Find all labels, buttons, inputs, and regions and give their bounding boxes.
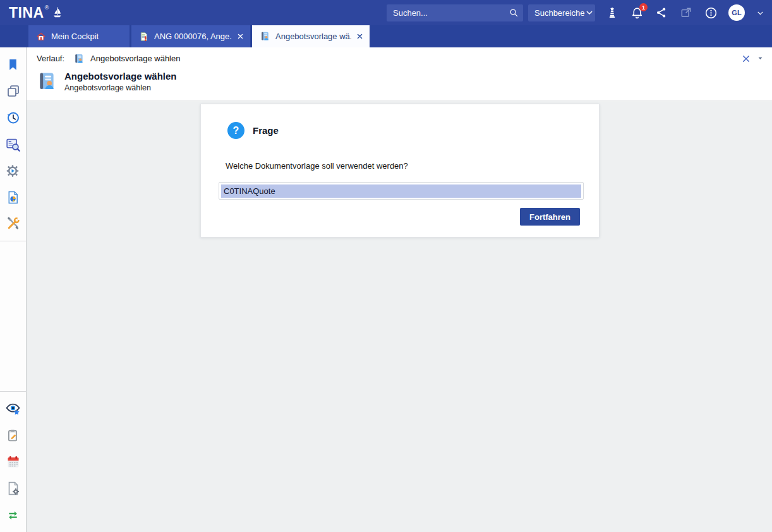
sidebar-item-notes[interactable] [0,422,27,449]
dialog-question: Welche Dokumentvorlage soll verwendet we… [226,161,408,171]
sidebar-item-search-lists[interactable] [0,131,27,157]
windows-icon [6,83,21,99]
bookmark-icon [6,57,20,72]
search-areas-label: Suchbereiche [534,8,585,18]
open-external-button[interactable] [679,5,693,20]
tab-label: Mein Cockpit [51,32,99,41]
sidebar-top-group [0,47,26,241]
continue-button[interactable]: Fortfahren [520,208,580,226]
tools-icon [6,216,21,231]
lighthouse-button[interactable] [605,5,619,20]
page-header: Angebotsvorlage wählen Angebotsvorlage w… [27,70,772,100]
view-actions [742,54,763,63]
tab-ang-0000076[interactable]: ANG 0000076, Ange... [131,25,250,47]
share-button[interactable] [654,5,668,20]
document-alert-icon [139,32,149,42]
sidebar-item-history[interactable] [0,104,27,131]
quote-template-icon [73,53,85,64]
sidebar-item-processes[interactable] [0,157,27,184]
share-icon [655,6,668,19]
topbar-actions: 1 GL [605,4,764,21]
avatar-initials: GL [732,9,741,16]
lighthouse-icon [606,6,618,20]
sidebar [0,47,27,532]
process-icon [5,163,21,179]
chevron-down-icon [585,8,594,17]
notifications-button[interactable]: 1 [630,5,644,20]
tab-label: Angebotsvorlage wä... [275,32,351,41]
sidebar-item-document-settings[interactable] [0,475,27,502]
sidebar-spacer [0,241,26,391]
sidebar-item-tools[interactable] [0,210,27,237]
page-subtitle: Angebotsvorlage wählen [64,83,177,92]
breadcrumb-item-angebotsvorlage[interactable]: Angebotsvorlage wählen [73,53,180,64]
history-icon [6,110,21,125]
global-search [387,4,523,21]
breadcrumb-item-label: Angebotsvorlage wählen [90,54,180,63]
template-input-value: C0TINAQuote [221,184,581,198]
search-input[interactable] [387,4,523,21]
sailboat-icon [50,6,64,20]
more-circle-icon [704,6,718,20]
view-menu-button[interactable] [757,56,763,61]
app-logo: TINA® [9,4,64,21]
breadcrumb: Verlauf: Angebotsvorlage wählen [27,47,772,70]
more-options-button[interactable] [704,5,718,20]
sidebar-item-windows[interactable] [0,78,27,104]
registered-mark: ® [45,4,49,11]
app-logo-text: TINA [9,4,44,21]
tab-angebotsvorlage[interactable]: Angebotsvorlage wä... [252,25,370,47]
sync-icon [6,508,20,523]
template-input[interactable]: C0TINAQuote [219,182,584,200]
avatar[interactable]: GL [728,4,745,21]
tab-label: ANG 0000076, Ange... [154,32,232,41]
quote-template-icon [260,31,270,42]
question-icon: ? [227,122,244,139]
clipboard-edit-icon [6,428,20,443]
open-external-icon [680,6,692,19]
search-areas-dropdown[interactable]: Suchbereiche [528,4,595,21]
calendar-icon [6,454,21,469]
question-dialog: ? Frage Welche Dokumentvorlage soll verw… [200,104,600,238]
sidebar-item-watchlist[interactable] [0,396,27,422]
close-icon[interactable] [237,33,244,40]
search-list-icon [5,136,21,152]
main-content: Verlauf: Angebotsvorlage wählen [27,47,772,532]
notification-badge: 1 [639,3,648,11]
watchlist-icon [5,401,21,417]
sidebar-item-calendar[interactable] [0,449,27,475]
topbar: TINA® Suchbereiche 1 [0,0,772,25]
tab-mein-cockpit[interactable]: Mein Cockpit [28,25,130,47]
quote-template-icon [36,71,57,92]
user-menu-button[interactable] [756,5,764,20]
chevron-down-icon [756,9,764,17]
sidebar-item-sync[interactable] [0,502,27,528]
dialog-header: ? Frage [227,122,279,139]
tab-bar: Mein Cockpit ANG 0000076, Ange... Angebo… [0,25,772,47]
workspace: Verlauf: Angebotsvorlage wählen [0,47,772,532]
close-icon[interactable] [356,33,363,40]
sidebar-item-reports[interactable] [0,184,27,210]
page-title: Angebotsvorlage wählen [64,71,177,82]
sidebar-item-bookmarks[interactable] [0,51,27,78]
home-icon [36,32,46,42]
history-label: Verlauf: [37,54,64,63]
close-view-button[interactable] [742,54,751,63]
dialog-title: Frage [253,125,279,136]
document-settings-icon [6,481,21,496]
page-body: ? Frage Welche Dokumentvorlage soll verw… [27,100,772,532]
sidebar-bottom-group [0,392,26,532]
report-icon [6,190,20,205]
